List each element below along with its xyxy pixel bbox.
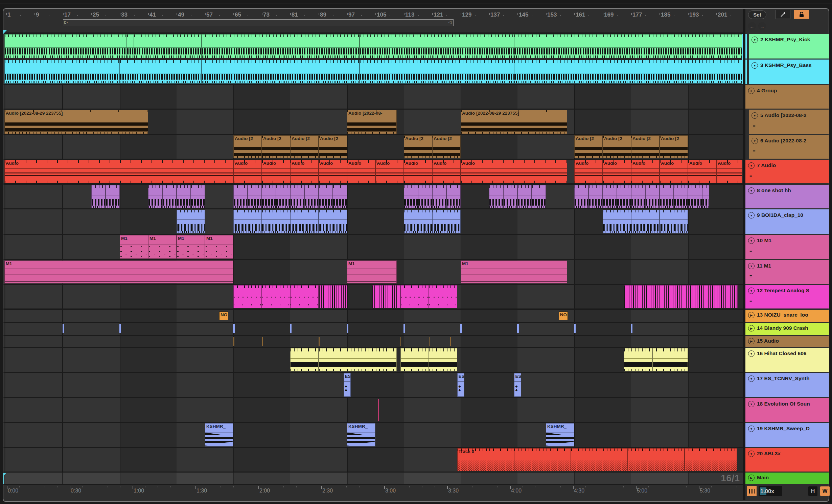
clip[interactable]: Audio [2: [319, 135, 347, 158]
play-icon[interactable]: ▶: [748, 475, 755, 481]
clip[interactable]: [304, 185, 319, 208]
clip[interactable]: [404, 185, 418, 208]
zoom-level-field[interactable]: 1.00x: [759, 486, 782, 496]
clip[interactable]: [400, 348, 429, 371]
track-header-18[interactable]: ▼18 Evolution Of Soun: [745, 398, 829, 422]
clip[interactable]: [319, 185, 333, 208]
clip[interactable]: [319, 348, 397, 371]
clip[interactable]: [262, 210, 290, 233]
clip[interactable]: [360, 60, 514, 84]
clip[interactable]: KSHMR_: [546, 423, 574, 446]
track-header-2[interactable]: ▼2 KSHMR_Psy_Kick: [749, 34, 829, 59]
clip[interactable]: Audio [2: [660, 135, 688, 158]
clip[interactable]: [290, 285, 319, 308]
fold-icon[interactable]: ▼: [748, 375, 755, 382]
clip[interactable]: KSHMR_: [205, 423, 233, 446]
track-lane-10[interactable]: [3, 235, 743, 259]
clip[interactable]: [628, 448, 685, 471]
clip[interactable]: [134, 34, 202, 58]
width-zoom-button[interactable]: W: [820, 486, 830, 496]
track-header-6[interactable]: ▼6 Audio [2022-08-2≡: [749, 135, 829, 159]
clip[interactable]: ES: [344, 373, 351, 397]
clip[interactable]: [290, 185, 304, 208]
clip[interactable]: [378, 399, 379, 421]
clip[interactable]: [624, 285, 738, 308]
clip[interactable]: [400, 337, 401, 346]
clip[interactable]: Audio: [347, 160, 375, 183]
menu-icon[interactable]: ≡: [749, 248, 752, 253]
track-header-11[interactable]: ▼11 M1≡: [745, 260, 829, 284]
clip[interactable]: Audio [2022-08-29 223755]: [4, 110, 148, 134]
clip[interactable]: [106, 185, 120, 208]
clip[interactable]: Audio [2022-08-29 223755]: [461, 110, 567, 134]
clip[interactable]: Audio: [603, 160, 631, 183]
track-lane-15[interactable]: [3, 336, 743, 347]
clip[interactable]: [233, 185, 248, 208]
clip[interactable]: [319, 337, 320, 346]
main-track-lane[interactable]: 16/1: [3, 473, 743, 484]
loop-brace[interactable]: ▷ ◁: [63, 19, 454, 26]
clip[interactable]: [290, 348, 319, 371]
track-header-13[interactable]: ▶13 NOIZU_snare_loo: [745, 310, 829, 322]
menu-icon[interactable]: ≡: [753, 148, 755, 154]
clip[interactable]: [631, 210, 660, 233]
clip[interactable]: [674, 185, 688, 208]
track-lane-4[interactable]: [3, 85, 743, 109]
clip[interactable]: [162, 185, 177, 208]
clip[interactable]: [404, 210, 432, 233]
track-header-20[interactable]: ▼20 ABL3x: [745, 448, 829, 472]
clip[interactable]: [489, 185, 503, 208]
clip[interactable]: [660, 210, 688, 233]
track-header-10[interactable]: ▼10 M1≡: [745, 235, 829, 259]
group-icon[interactable]: ≡: [748, 88, 755, 94]
clip[interactable]: [233, 337, 234, 346]
fold-icon[interactable]: ▼: [748, 426, 755, 432]
clip[interactable]: Audio [2: [404, 135, 432, 158]
menu-icon[interactable]: ≡: [753, 123, 755, 128]
play-icon[interactable]: ▶: [748, 312, 755, 318]
draw-mode-button[interactable]: [776, 10, 790, 19]
clip[interactable]: [290, 210, 319, 233]
clip[interactable]: [514, 448, 571, 471]
clip[interactable]: [450, 337, 451, 346]
clip[interactable]: M1: [461, 260, 567, 283]
clip[interactable]: [645, 185, 660, 208]
clip[interactable]: Audio: [461, 160, 567, 183]
clip[interactable]: Audio: [290, 160, 319, 183]
clip[interactable]: [233, 210, 262, 233]
clip[interactable]: [652, 348, 688, 371]
clip[interactable]: [177, 185, 191, 208]
clip[interactable]: Audio: [375, 160, 404, 183]
track-header-9[interactable]: ▼9 BOI1DA_clap_10: [745, 209, 829, 234]
clip[interactable]: Audio [2: [233, 135, 262, 158]
clip[interactable]: Track 0: [457, 448, 514, 471]
clip[interactable]: [631, 185, 645, 208]
clip[interactable]: [400, 285, 429, 308]
back-button[interactable]: ←: [748, 22, 756, 30]
clip[interactable]: M1: [148, 235, 177, 259]
fold-icon[interactable]: ▼: [748, 212, 755, 219]
clip[interactable]: [432, 185, 446, 208]
clip[interactable]: [372, 285, 400, 308]
clip[interactable]: Audio: [233, 160, 262, 183]
clip[interactable]: [63, 324, 64, 333]
fold-icon[interactable]: ▼: [752, 37, 758, 43]
clip[interactable]: Audio: [319, 160, 347, 183]
fold-icon[interactable]: ▼: [748, 350, 755, 357]
clip[interactable]: [624, 348, 652, 371]
clip[interactable]: ES: [514, 373, 521, 397]
clip[interactable]: Audio [2: [290, 135, 319, 158]
clip[interactable]: NO: [219, 312, 228, 320]
track-header-8[interactable]: ▼8 one shot hh: [745, 185, 829, 208]
clip[interactable]: [91, 185, 106, 208]
clip[interactable]: [617, 185, 631, 208]
clip[interactable]: [446, 185, 461, 208]
clip[interactable]: [574, 185, 588, 208]
clip[interactable]: [191, 185, 205, 208]
track-lane-18[interactable]: [3, 398, 743, 422]
clip[interactable]: [532, 185, 546, 208]
clip[interactable]: [603, 210, 631, 233]
clip[interactable]: [429, 348, 457, 371]
clip[interactable]: [290, 324, 292, 333]
clip[interactable]: [333, 185, 347, 208]
